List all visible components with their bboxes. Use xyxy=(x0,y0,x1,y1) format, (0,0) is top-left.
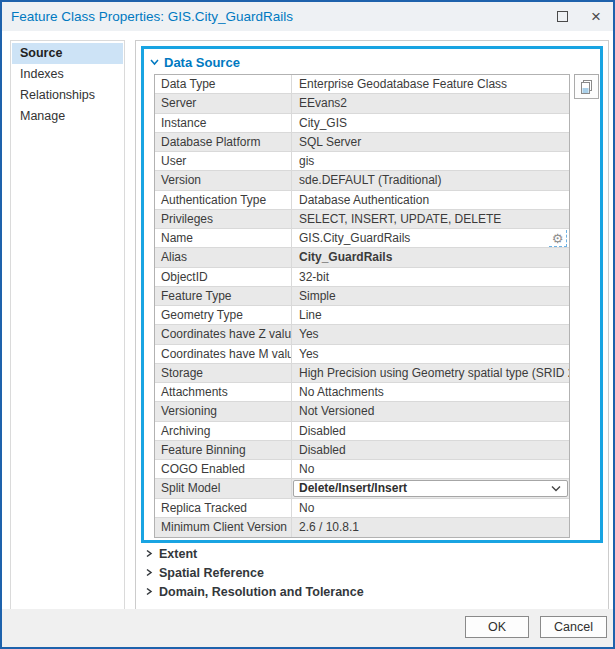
row-value-text: gis xyxy=(299,154,314,168)
row-value-text: High Precision using Geometry spatial ty… xyxy=(299,366,569,380)
row-value-text: 2.6 / 10.8.1 xyxy=(299,520,359,534)
source-page: Data Source Data TypeEnterprise Geodatab… xyxy=(135,40,609,611)
row-label: Storage xyxy=(155,364,292,382)
row-value-text: Simple xyxy=(299,289,336,303)
row-value: City_GIS xyxy=(292,114,569,132)
chevron-right-icon xyxy=(145,549,153,558)
row-value-text: Disabled xyxy=(299,443,346,457)
row-value: City_GuardRails xyxy=(292,248,569,266)
table-row: Data TypeEnterprise Geodatabase Feature … xyxy=(155,75,569,94)
row-value-text: Database Authentication xyxy=(299,193,429,207)
row-value: No xyxy=(292,460,569,478)
section-header-domain-resolution-and-tolerance[interactable]: Domain, Resolution and Tolerance xyxy=(143,582,602,601)
table-row: Coordinates have M valueYes xyxy=(155,345,569,364)
row-value: GIS.City_GuardRails⚙ xyxy=(292,229,569,247)
sidebar-item-relationships[interactable]: Relationships xyxy=(12,85,123,106)
row-value-text: sde.DEFAULT (Traditional) xyxy=(299,173,442,187)
table-row: AttachmentsNo Attachments xyxy=(155,383,569,402)
table-row: Versionsde.DEFAULT (Traditional) xyxy=(155,171,569,190)
row-label: Feature Binning xyxy=(155,441,292,459)
row-value: 2.6 / 10.8.1 xyxy=(292,518,569,537)
table-row: Usergis xyxy=(155,152,569,171)
feature-class-properties-dialog: Feature Class Properties: GIS.City_Guard… xyxy=(0,0,615,649)
data-source-table: Data TypeEnterprise Geodatabase Feature … xyxy=(154,74,570,538)
copy-icon xyxy=(579,79,594,95)
row-label: ObjectID xyxy=(155,268,292,286)
row-value-text: 32-bit xyxy=(299,270,329,284)
row-label: Database Platform xyxy=(155,133,292,151)
table-row: NameGIS.City_GuardRails⚙ xyxy=(155,229,569,248)
data-source-header[interactable]: Data Source xyxy=(144,49,600,71)
row-label: Name xyxy=(155,229,292,247)
properties-nav: SourceIndexesRelationshipsManage xyxy=(10,40,125,611)
row-value-text: City_GuardRails xyxy=(299,250,392,264)
close-button[interactable]: × xyxy=(579,2,613,31)
row-label: Alias xyxy=(155,248,292,266)
table-row: Feature TypeSimple xyxy=(155,287,569,306)
chevron-right-icon xyxy=(145,587,153,596)
split-model-dropdown[interactable]: Delete/Insert/Insert xyxy=(293,480,568,496)
chevron-right-icon xyxy=(145,568,153,577)
table-row: Split ModelDelete/Insert/Insert xyxy=(155,479,569,498)
sidebar-item-source[interactable]: Source xyxy=(12,43,123,64)
row-value: Yes xyxy=(292,345,569,363)
table-row: Feature BinningDisabled xyxy=(155,441,569,460)
row-value: High Precision using Geometry spatial ty… xyxy=(292,364,569,382)
section-label: Extent xyxy=(159,547,197,561)
row-value: Disabled xyxy=(292,441,569,459)
row-label: Minimum Client Version xyxy=(155,518,292,537)
section-header-spatial-reference[interactable]: Spatial Reference xyxy=(143,563,602,582)
row-value: EEvans2 xyxy=(292,94,569,112)
sidebar-item-manage[interactable]: Manage xyxy=(12,106,123,127)
row-value: Line xyxy=(292,306,569,324)
row-value: SELECT, INSERT, UPDATE, DELETE xyxy=(292,210,569,228)
row-value-text: Line xyxy=(299,308,322,322)
ok-button[interactable]: OK xyxy=(465,616,529,638)
row-label: Geometry Type xyxy=(155,306,292,324)
row-label: Coordinates have Z value xyxy=(155,325,292,343)
footer-bar: OK Cancel xyxy=(2,609,613,647)
row-label: Instance xyxy=(155,114,292,132)
row-value-text: Enterprise Geodatabase Feature Class xyxy=(299,77,507,91)
row-value: Database Authentication xyxy=(292,191,569,209)
row-value-text: EEvans2 xyxy=(299,96,347,110)
row-label: Split Model xyxy=(155,479,292,497)
gear-icon[interactable]: ⚙ xyxy=(549,230,567,247)
row-value: gis xyxy=(292,152,569,170)
row-value: No Attachments xyxy=(292,383,569,401)
row-label: Coordinates have M value xyxy=(155,345,292,363)
row-value-text: GIS.City_GuardRails xyxy=(299,231,410,245)
table-row: Geometry TypeLine xyxy=(155,306,569,325)
row-value-text: No Attachments xyxy=(299,385,384,399)
row-value: Simple xyxy=(292,287,569,305)
row-label: Versioning xyxy=(155,402,292,420)
data-source-title: Data Source xyxy=(164,55,240,70)
row-label: Attachments xyxy=(155,383,292,401)
row-label: User xyxy=(155,152,292,170)
section-header-extent[interactable]: Extent xyxy=(143,544,602,563)
close-icon: × xyxy=(591,8,601,25)
data-source-section: Data Source Data TypeEnterprise Geodatab… xyxy=(141,46,603,543)
row-value-text: No xyxy=(299,462,314,476)
maximize-icon xyxy=(557,11,568,22)
row-value: sde.DEFAULT (Traditional) xyxy=(292,171,569,189)
cancel-button[interactable]: Cancel xyxy=(540,616,607,638)
section-label: Spatial Reference xyxy=(159,566,264,580)
row-value-text: No xyxy=(299,501,314,515)
sidebar-item-indexes[interactable]: Indexes xyxy=(12,64,123,85)
dialog-title: Feature Class Properties: GIS.City_Guard… xyxy=(2,9,293,24)
row-label: Version xyxy=(155,171,292,189)
maximize-button[interactable] xyxy=(545,2,579,31)
row-value: Disabled xyxy=(292,422,569,440)
row-label: Authentication Type xyxy=(155,191,292,209)
copy-button[interactable] xyxy=(574,74,599,99)
table-row: ArchivingDisabled xyxy=(155,422,569,441)
title-bar: Feature Class Properties: GIS.City_Guard… xyxy=(2,2,613,31)
table-row: ObjectID32-bit xyxy=(155,268,569,287)
table-row: ServerEEvans2 xyxy=(155,94,569,113)
table-row: AliasCity_GuardRails xyxy=(155,248,569,267)
table-row: StorageHigh Precision using Geometry spa… xyxy=(155,364,569,383)
row-label: Replica Tracked xyxy=(155,499,292,517)
row-label: Data Type xyxy=(155,75,292,93)
table-row: PrivilegesSELECT, INSERT, UPDATE, DELETE xyxy=(155,210,569,229)
